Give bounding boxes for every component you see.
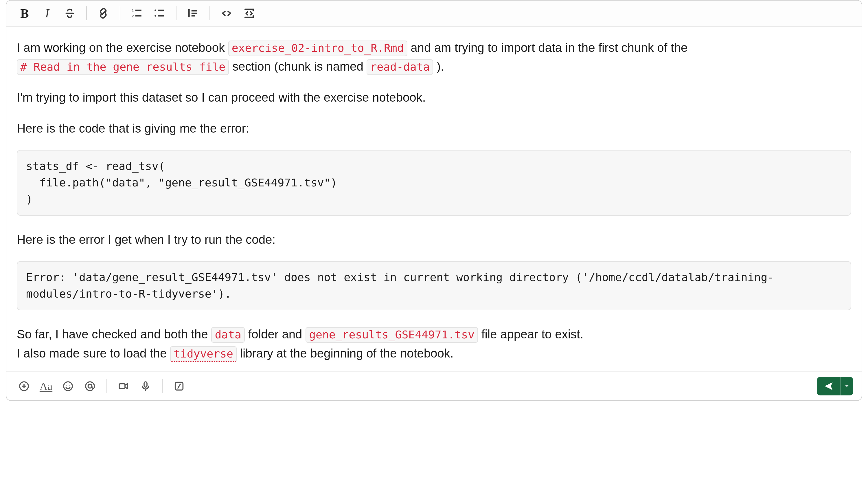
svg-point-18	[88, 384, 92, 388]
bullet-list-button[interactable]	[150, 4, 169, 23]
svg-text:2: 2	[132, 14, 134, 18]
message-body[interactable]: I am working on the exercise notebook ex…	[6, 27, 862, 371]
inline-code: gene_results_GSE44971.tsv	[306, 327, 478, 343]
mention-button[interactable]	[81, 377, 99, 395]
svg-rect-19	[119, 384, 125, 389]
link-button[interactable]	[94, 4, 113, 23]
text: section (chunk is named	[232, 60, 367, 73]
paragraph: I'm trying to import this dataset so I c…	[17, 88, 851, 107]
video-button[interactable]	[115, 377, 132, 395]
send-icon	[824, 381, 834, 391]
toolbar-divider	[120, 6, 120, 20]
inline-code: data	[211, 327, 245, 343]
composer-actions-toolbar: Aa	[6, 371, 862, 400]
toolbar-divider	[86, 6, 87, 20]
strikethrough-icon	[64, 7, 76, 20]
code-icon	[220, 7, 232, 20]
message-composer: B I 12 I am working on the exercise n	[6, 0, 862, 401]
formatting-toggle-button[interactable]: Aa	[37, 377, 55, 395]
svg-point-16	[66, 385, 67, 385]
paragraph: Here is the error I get when I try to ru…	[17, 230, 851, 249]
text-cursor	[250, 123, 250, 135]
send-button-group	[817, 377, 853, 395]
send-options-button[interactable]	[840, 377, 853, 395]
text: library at the beginning of the notebook…	[240, 346, 454, 360]
toolbar-divider	[162, 379, 163, 393]
italic-button[interactable]: I	[38, 4, 57, 23]
svg-text:1: 1	[132, 9, 134, 13]
svg-point-17	[69, 385, 70, 385]
text: folder and	[248, 327, 306, 341]
bullet-list-icon	[153, 7, 165, 20]
link-icon	[97, 7, 110, 20]
text: and am trying to import data in the firs…	[410, 41, 687, 54]
code-block-icon	[243, 7, 255, 20]
video-icon	[118, 381, 129, 392]
code-block: Error: 'data/gene_result_GSE44971.tsv' d…	[17, 261, 851, 310]
toolbar-divider	[210, 6, 210, 20]
toolbar-divider	[176, 6, 177, 20]
text: So far, I have checked and both the	[17, 327, 211, 341]
text: ).	[437, 60, 444, 73]
svg-rect-20	[144, 382, 147, 387]
plus-icon	[18, 381, 30, 392]
paragraph: So far, I have checked and both the data…	[17, 325, 851, 362]
text: I am working on the exercise notebook	[17, 41, 228, 54]
blockquote-icon	[187, 7, 199, 20]
code-block: stats_df <- read_tsv( file.path("data", …	[17, 150, 851, 216]
inline-code: read-data	[367, 59, 433, 75]
svg-point-5	[155, 15, 156, 17]
attach-button[interactable]	[15, 377, 33, 395]
svg-point-15	[64, 382, 72, 391]
paragraph: Here is the code that is giving me the e…	[17, 119, 851, 138]
chevron-down-icon	[844, 383, 850, 389]
paragraph: I am working on the exercise notebook ex…	[17, 38, 851, 76]
strikethrough-button[interactable]	[60, 4, 79, 23]
ordered-list-icon: 12	[131, 7, 143, 20]
at-icon	[84, 381, 96, 392]
toolbar-divider	[106, 379, 107, 393]
blockquote-button[interactable]	[183, 4, 203, 23]
inline-code: # Read in the gene results file	[17, 59, 229, 75]
emoji-button[interactable]	[59, 377, 77, 395]
formatting-toolbar: B I 12	[6, 1, 862, 27]
send-button[interactable]	[817, 377, 840, 395]
inline-code-button[interactable]	[217, 4, 236, 23]
microphone-icon	[140, 381, 151, 392]
svg-line-22	[178, 384, 181, 389]
svg-point-4	[155, 9, 156, 11]
ordered-list-button[interactable]: 12	[127, 4, 146, 23]
audio-button[interactable]	[136, 377, 155, 395]
inline-code: exercise_02-intro_to_R.Rmd	[228, 40, 407, 56]
bold-button[interactable]: B	[15, 4, 34, 23]
inline-code: tidyverse	[170, 346, 237, 362]
code-block-button[interactable]	[240, 4, 259, 23]
emoji-icon	[62, 381, 74, 392]
text: Here is the code that is giving me the e…	[17, 122, 249, 135]
shortcut-button[interactable]	[170, 377, 188, 395]
text: file appear to exist.	[482, 327, 584, 341]
slash-box-icon	[173, 381, 185, 392]
text: I also made sure to load the	[17, 346, 170, 360]
